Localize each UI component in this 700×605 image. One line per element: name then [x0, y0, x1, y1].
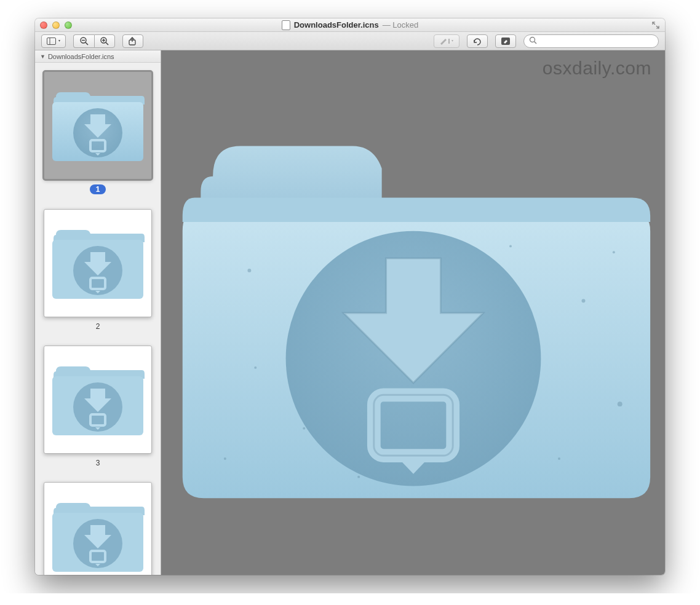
- thumbnail-frame[interactable]: [44, 482, 152, 575]
- svg-point-12: [530, 37, 535, 42]
- svg-rect-10: [448, 39, 450, 44]
- svg-point-29: [617, 401, 622, 406]
- sidebar-toggle-icon: [47, 38, 60, 45]
- sidebar-header-label: DownloadsFolder.icns: [48, 53, 114, 60]
- svg-point-32: [509, 245, 512, 247]
- zoom-in-button[interactable]: [94, 34, 115, 48]
- sidebar-header[interactable]: ▼ DownloadsFolder.icns: [35, 50, 161, 63]
- thumbnail-item[interactable]: 4: [44, 482, 152, 575]
- svg-point-34: [558, 457, 560, 460]
- svg-point-36: [612, 251, 614, 253]
- thumbnail-frame[interactable]: [44, 209, 152, 317]
- thumbnail-item[interactable]: 2: [44, 209, 152, 331]
- downloads-folder-icon: [49, 223, 147, 303]
- share-icon: [128, 37, 138, 45]
- share-button[interactable]: [122, 34, 143, 48]
- sidebar-toggle-button[interactable]: [41, 34, 66, 48]
- zoom-in-icon: [100, 36, 109, 46]
- traffic-lights: [40, 22, 72, 29]
- search-input[interactable]: [541, 37, 653, 45]
- svg-point-27: [303, 427, 305, 429]
- image-viewer[interactable]: osxdaily.com: [161, 50, 665, 575]
- title-filename: DownloadsFolder.icns: [294, 20, 379, 30]
- svg-point-30: [223, 457, 226, 460]
- downloads-folder-icon: [170, 116, 656, 510]
- search-field[interactable]: [523, 34, 659, 48]
- svg-point-28: [581, 299, 585, 302]
- close-icon[interactable]: [40, 22, 47, 29]
- zoom-out-icon: [79, 36, 89, 46]
- fullscreen-icon[interactable]: [651, 21, 660, 30]
- svg-rect-0: [47, 38, 56, 44]
- edit-button[interactable]: [495, 34, 516, 48]
- thumbnail-sidebar: ▼ DownloadsFolder.icns: [35, 50, 161, 575]
- thumbnail-list[interactable]: 1 2: [35, 63, 161, 575]
- thumbnail-label: 2: [96, 322, 100, 331]
- search-icon: [529, 36, 537, 47]
- thumbnail-item[interactable]: 3: [44, 346, 152, 467]
- preview-window: DownloadsFolder.icns — Locked: [35, 18, 665, 575]
- svg-line-3: [86, 42, 88, 45]
- rotate-button[interactable]: [467, 34, 488, 48]
- thumbnail-label: 3: [96, 459, 100, 467]
- svg-point-33: [357, 475, 360, 478]
- page-icon: [282, 20, 290, 30]
- svg-line-6: [106, 42, 108, 45]
- downloads-folder-icon: [49, 85, 147, 165]
- window-title: DownloadsFolder.icns — Locked: [35, 20, 665, 30]
- downloads-folder-icon: [49, 496, 147, 575]
- title-status: — Locked: [383, 20, 419, 30]
- zoom-segment: [73, 34, 115, 48]
- downloads-folder-icon: [49, 360, 147, 440]
- thumbnail-frame[interactable]: [44, 71, 152, 180]
- toolbar: [35, 32, 665, 50]
- markup-button[interactable]: [434, 34, 459, 48]
- edit-icon: [501, 37, 511, 45]
- rotate-icon: [472, 37, 482, 45]
- zoom-out-button[interactable]: [73, 34, 94, 48]
- thumbnail-label: 1: [90, 184, 106, 194]
- markup-icon: [439, 38, 454, 45]
- svg-point-35: [254, 366, 257, 368]
- disclosure-triangle-icon[interactable]: ▼: [40, 53, 46, 60]
- window-body: ▼ DownloadsFolder.icns: [35, 50, 665, 575]
- svg-line-13: [535, 41, 537, 44]
- thumbnail-item[interactable]: 1: [44, 71, 152, 194]
- minimize-icon[interactable]: [52, 22, 60, 29]
- svg-point-26: [247, 268, 251, 272]
- titlebar[interactable]: DownloadsFolder.icns — Locked: [35, 18, 665, 32]
- zoom-icon[interactable]: [65, 22, 72, 29]
- thumbnail-frame[interactable]: [44, 346, 152, 454]
- watermark-text: osxdaily.com: [543, 58, 651, 79]
